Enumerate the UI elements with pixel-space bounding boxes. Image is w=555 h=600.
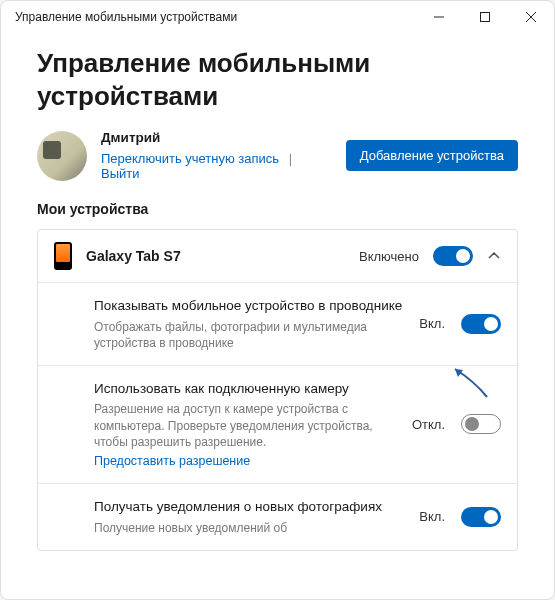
tablet-icon: [54, 242, 72, 270]
setting-camera: Использовать как подключенную камеру Раз…: [38, 365, 517, 483]
switch-account-link[interactable]: Переключить учетную запись: [101, 151, 279, 166]
signout-link[interactable]: Выйти: [101, 166, 140, 181]
camera-toggle[interactable]: [461, 414, 501, 434]
setting-title: Показывать мобильное устройство в провод…: [94, 297, 403, 315]
setting-title: Использовать как подключенную камеру: [94, 380, 396, 398]
user-row: Дмитрий Переключить учетную запись | Вый…: [37, 130, 518, 181]
minimize-icon: [434, 12, 444, 22]
device-toggle[interactable]: [433, 246, 473, 266]
grant-permission-link[interactable]: Предоставить разрешение: [94, 454, 250, 468]
setting-text: Показывать мобильное устройство в провод…: [94, 297, 403, 351]
user-name: Дмитрий: [101, 130, 332, 145]
content-area: Управление мобильными устройствами Дмитр…: [1, 33, 554, 599]
setting-status: Вкл.: [419, 316, 445, 331]
device-card: Galaxy Tab S7 Включено Показывать мобиль…: [37, 229, 518, 551]
user-info: Дмитрий Переключить учетную запись | Вый…: [101, 130, 332, 181]
setting-explorer: Показывать мобильное устройство в провод…: [38, 282, 517, 365]
window-title: Управление мобильными устройствами: [15, 10, 237, 24]
device-header[interactable]: Galaxy Tab S7 Включено: [38, 230, 517, 282]
add-device-button[interactable]: Добавление устройства: [346, 140, 518, 171]
page-title: Управление мобильными устройствами: [37, 47, 518, 112]
setting-photo-notifications: Получать уведомления о новых фотографиях…: [38, 483, 517, 550]
minimize-button[interactable]: [416, 1, 462, 33]
close-button[interactable]: [508, 1, 554, 33]
setting-text: Получать уведомления о новых фотографиях…: [94, 498, 403, 536]
section-title: Мои устройства: [37, 201, 518, 217]
photo-toggle[interactable]: [461, 507, 501, 527]
setting-status: Вкл.: [419, 509, 445, 524]
user-links: Переключить учетную запись | Выйти: [101, 151, 332, 181]
svg-rect-1: [481, 13, 490, 22]
setting-desc: Разрешение на доступ к камере устройства…: [94, 401, 396, 450]
window-controls: [416, 1, 554, 33]
maximize-icon: [480, 12, 490, 22]
setting-title: Получать уведомления о новых фотографиях: [94, 498, 403, 516]
setting-desc: Отображать файлы, фотографии и мультимед…: [94, 319, 403, 351]
maximize-button[interactable]: [462, 1, 508, 33]
device-name: Galaxy Tab S7: [86, 248, 345, 264]
close-icon: [526, 12, 536, 22]
setting-status: Откл.: [412, 417, 445, 432]
titlebar: Управление мобильными устройствами: [1, 1, 554, 33]
link-separator: |: [289, 151, 292, 166]
device-status: Включено: [359, 249, 419, 264]
explorer-toggle[interactable]: [461, 314, 501, 334]
chevron-up-icon[interactable]: [487, 249, 501, 263]
setting-text: Использовать как подключенную камеру Раз…: [94, 380, 396, 469]
window: Управление мобильными устройствами Управ…: [0, 0, 555, 600]
avatar: [37, 131, 87, 181]
setting-desc: Получение новых уведомлений об: [94, 520, 403, 536]
